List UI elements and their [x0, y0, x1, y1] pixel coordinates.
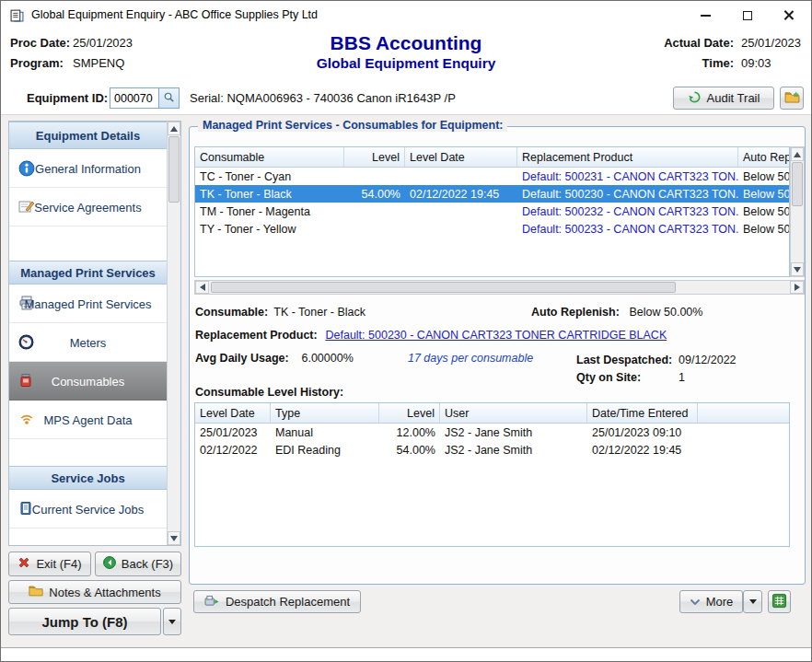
serial-value: NQMA006963 - 740036 Canon iR1643P /P — [226, 91, 455, 105]
search-button[interactable] — [158, 88, 179, 108]
folder-shortcut-button[interactable] — [780, 87, 804, 110]
column-header-type[interactable]: Type — [271, 403, 379, 423]
more-dropdown-button[interactable] — [743, 590, 762, 613]
audit-trail-button[interactable]: Audit Trail — [673, 87, 774, 110]
scroll-up-button[interactable] — [168, 122, 180, 135]
history-table-header: Level Date Type Level User Date/Time Ent… — [195, 403, 789, 424]
sidebar-item-service-agreements[interactable]: Service Agreements — [9, 188, 167, 226]
background-window-strip — [1, 647, 811, 662]
sidebar-item-label: Consumables — [9, 374, 167, 388]
replacement-product-label: Replacement Product: — [195, 329, 322, 342]
qty-on-site-label: Qty on Site: — [576, 369, 679, 386]
export-spreadsheet-button[interactable] — [768, 590, 791, 613]
search-icon — [163, 91, 175, 106]
sidebar-item-mps-agent-data[interactable]: MPS Agent Data — [9, 401, 167, 439]
column-header-filler — [698, 403, 789, 423]
scroll-down-button[interactable] — [791, 262, 804, 276]
sidebar-item-label: General Information — [9, 161, 167, 175]
sidebar-header-managed-print-services: Managed Print Services — [9, 261, 167, 285]
scroll-left-button[interactable] — [195, 281, 209, 294]
consumables-table: Consumable Level Level Date Replacement … — [194, 146, 790, 277]
column-header-level-date[interactable]: Level Date — [405, 147, 517, 167]
scroll-up-icon — [170, 126, 178, 132]
column-header-level[interactable]: Level — [379, 403, 440, 423]
column-header-level-date[interactable]: Level Date — [195, 403, 271, 423]
sidebar-item-current-service-jobs[interactable]: Current Service Jobs — [9, 490, 167, 528]
sidebar-item-managed-print-services[interactable]: Managed Print Services — [9, 285, 167, 323]
scrollbar-thumb[interactable] — [168, 136, 180, 203]
avg-daily-usage-value: 6.00000% — [301, 352, 404, 365]
sidebar-header-label: Managed Print Services — [20, 266, 156, 280]
history-row[interactable]: 02/12/2022 EDI Reading 54.00% JS2 - Jane… — [195, 441, 789, 459]
excel-icon — [771, 593, 787, 611]
audit-trail-icon — [688, 90, 702, 107]
last-despatched-label: Last Despatched: — [576, 352, 679, 368]
consumable-row-tc[interactable]: TC - Toner - Cyan Default: 500231 - CANO… — [195, 168, 790, 185]
equipment-id-input[interactable] — [110, 88, 158, 108]
column-header-datetime-entered[interactable]: Date/Time Entered — [587, 403, 698, 423]
scrollbar-thumb[interactable] — [211, 282, 676, 293]
window-title: Global Equipment Enquiry - ABC Office Su… — [31, 1, 318, 29]
sidebar-item-label: Meters — [9, 335, 167, 349]
actual-date-label: Actual Date: — [664, 36, 741, 50]
consumables-table-hscrollbar[interactable] — [194, 280, 805, 295]
last-despatched-value: 09/12/2022 — [679, 352, 737, 368]
consumables-table-header: Consumable Level Level Date Replacement … — [195, 147, 790, 168]
replacement-product-link[interactable]: Default: 500230 - CANON CART323 TONER CA… — [325, 329, 667, 342]
column-header-auto-replenish[interactable]: Auto Rep — [738, 147, 790, 167]
sidebar-scrollbar[interactable] — [167, 122, 180, 545]
caret-down-icon — [168, 620, 176, 624]
detail-replacement: Replacement Product: Default: 500230 - C… — [195, 329, 667, 342]
sidebar-item-consumables[interactable]: Consumables — [9, 362, 167, 401]
scroll-left-icon — [200, 284, 205, 291]
column-header-consumable[interactable]: Consumable — [195, 147, 344, 167]
level-history-table: Level Date Type Level User Date/Time Ent… — [194, 402, 790, 547]
sidebar-item-meters[interactable]: Meters — [9, 323, 167, 362]
sidebar: Equipment Details General Information Se… — [8, 121, 181, 546]
column-header-replacement-product[interactable]: Replacement Product — [517, 147, 738, 167]
scroll-down-button[interactable] — [168, 531, 180, 545]
column-header-user[interactable]: User — [440, 403, 587, 423]
column-header-level[interactable]: Level — [344, 147, 405, 167]
scrollbar-thumb[interactable] — [792, 162, 803, 206]
minimize-button[interactable] — [685, 1, 726, 29]
consumable-row-tk-selected[interactable]: TK - Toner - Black 54.00% 02/12/2022 19:… — [195, 185, 790, 203]
sidebar-item-label: MPS Agent Data — [9, 412, 167, 426]
exit-button[interactable]: Exit (F4) — [8, 552, 91, 576]
sidebar-item-general-information[interactable]: General Information — [9, 149, 167, 188]
consumable-row-ty[interactable]: TY - Toner - Yellow Default: 500233 - CA… — [195, 220, 790, 238]
jump-to-dropdown-button[interactable] — [163, 608, 181, 635]
sidebar-item-label: Service Agreements — [9, 200, 167, 214]
more-chevron-icon — [690, 595, 701, 609]
close-button[interactable] — [768, 1, 809, 29]
serial-line: Serial: NQMA006963 - 740036 Canon iR1643… — [190, 91, 456, 105]
despatch-replacement-button[interactable]: Despatch Replacement — [193, 590, 361, 613]
more-button[interactable]: More — [679, 590, 743, 613]
notes-attachments-button[interactable]: Notes & Attachments — [8, 580, 181, 604]
detail-consumable: Consumable: TK - Toner - Black — [195, 306, 365, 319]
scroll-up-button[interactable] — [791, 147, 804, 161]
avg-daily-usage-label: Avg Daily Usage: — [195, 352, 298, 365]
app-window: Global Equipment Enquiry - ABC Office Su… — [0, 0, 812, 662]
scroll-up-icon — [794, 152, 801, 157]
titlebar: Global Equipment Enquiry - ABC Office Su… — [1, 1, 811, 29]
scroll-down-icon — [170, 536, 178, 541]
days-per-consumable-note: 17 days per consumable — [408, 352, 533, 365]
back-button[interactable]: Back (F3) — [95, 552, 181, 576]
consumables-table-vscrollbar[interactable] — [790, 146, 805, 277]
exit-icon — [17, 556, 30, 572]
date-time-block: Actual Date: 25/01/2023 Time: 09:03 — [664, 36, 802, 70]
caret-down-icon — [749, 599, 757, 604]
history-row[interactable]: 25/01/2023 Manual 12.00% JS2 - Jane Smit… — [195, 424, 789, 441]
consumable-row-tm[interactable]: TM - Toner - Magenta Default: 500232 - C… — [195, 203, 790, 220]
folder-icon — [29, 585, 43, 599]
detail-despatch-block: Last Despatched: 09/12/2022 Qty on Site:… — [576, 352, 737, 386]
more-label: More — [706, 595, 734, 609]
sidebar-header-service-jobs: Service Jobs — [9, 466, 167, 490]
actual-date-value: 25/01/2023 — [741, 36, 802, 50]
detail-avg-usage: Avg Daily Usage: 6.00000% 17 days per co… — [195, 352, 533, 365]
despatch-icon — [204, 595, 220, 610]
jump-to-button[interactable]: Jump To (F8) — [8, 608, 161, 635]
maximize-button[interactable] — [726, 1, 768, 29]
scroll-right-button[interactable] — [790, 281, 804, 294]
